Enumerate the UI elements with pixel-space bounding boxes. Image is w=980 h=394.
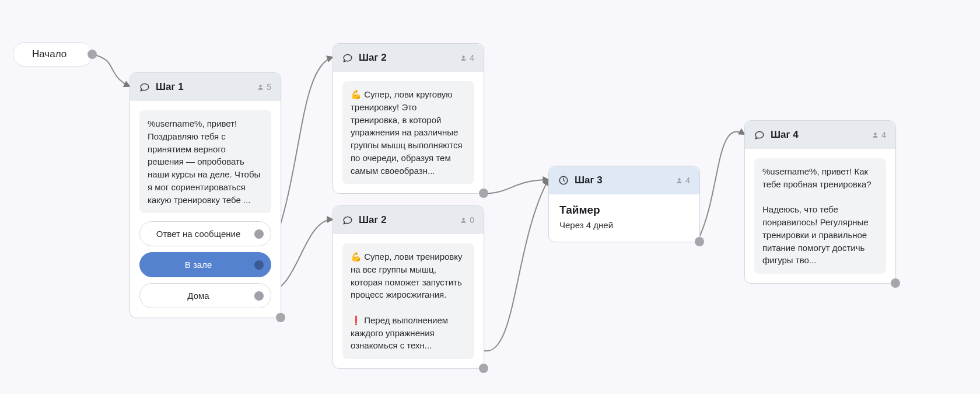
step-out-port[interactable]	[479, 364, 488, 373]
user-count: 5	[257, 82, 271, 92]
speech-icon	[342, 215, 353, 225]
user-count-value: 4	[881, 130, 886, 140]
step-body: 💪 Супер, лови тренировку на все группы м…	[333, 234, 484, 368]
step-out-port[interactable]	[695, 237, 704, 246]
speech-icon	[342, 53, 353, 63]
step-title: Шаг 1	[156, 81, 251, 93]
reply-button-label: Ответ на сообщение	[156, 229, 240, 239]
timer-subtitle: Через 4 дней	[559, 220, 689, 230]
reply-button-out-port[interactable]	[254, 291, 264, 301]
start-out-port[interactable]	[88, 50, 97, 59]
message-text: %username%, привет! Как тебе пробная тре…	[754, 158, 886, 274]
step-card-s2b[interactable]: Шаг 20💪 Супер, лови тренировку на все гр…	[332, 205, 484, 369]
message-text: %username%, привет! Поздравляю тебя с пр…	[139, 110, 271, 213]
speech-icon	[139, 82, 150, 92]
step-title: Шаг 2	[359, 214, 454, 226]
step-header: Шаг 15	[130, 73, 281, 101]
step-body: %username%, привет! Поздравляю тебя с пр…	[130, 101, 281, 318]
reply-button[interactable]: Дома	[139, 283, 271, 308]
step-body: 💪 Супер, лови круговую тренировку! Это т…	[333, 72, 484, 193]
user-count: 4	[676, 176, 690, 185]
reply-button-out-port[interactable]	[254, 260, 264, 270]
start-node[interactable]: Начало	[13, 42, 93, 67]
user-count-value: 0	[470, 215, 474, 225]
step-header: Шаг 44	[745, 121, 895, 149]
user-count: 0	[460, 215, 474, 225]
reply-button[interactable]: Ответ на сообщение	[139, 221, 271, 246]
user-count: 4	[872, 130, 886, 140]
step-body: %username%, привет! Как тебе пробная тре…	[745, 149, 895, 283]
step-card-s4[interactable]: Шаг 44%username%, привет! Как тебе пробн…	[744, 120, 896, 284]
step-out-port[interactable]	[891, 278, 900, 288]
step-out-port[interactable]	[276, 313, 285, 322]
reply-button-label: Дома	[187, 291, 209, 301]
timer-body: ТаймерЧерез 4 дней	[549, 194, 699, 242]
step-header: Шаг 24	[333, 44, 484, 72]
reply-button-list: Ответ на сообщениеВ залеДома	[139, 221, 271, 308]
flow-canvas[interactable]: НачалоШаг 15%username%, привет! Поздравл…	[0, 0, 980, 394]
user-count-value: 5	[267, 82, 271, 92]
start-label: Начало	[32, 48, 66, 60]
step-title: Шаг 4	[771, 129, 866, 141]
step-title: Шаг 2	[359, 52, 454, 64]
step-title: Шаг 3	[575, 175, 670, 186]
user-count: 4	[460, 53, 474, 62]
reply-button-out-port[interactable]	[254, 229, 264, 239]
timer-title: Таймер	[559, 204, 689, 217]
step-out-port[interactable]	[479, 189, 488, 198]
step-card-s3[interactable]: Шаг 34ТаймерЧерез 4 дней	[548, 166, 700, 242]
reply-button-label: В зале	[185, 260, 212, 270]
step-card-s2a[interactable]: Шаг 24💪 Супер, лови круговую тренировку!…	[332, 43, 484, 194]
step-header: Шаг 20	[333, 206, 484, 234]
step-header: Шаг 34	[549, 166, 699, 194]
message-text: 💪 Супер, лови круговую тренировку! Это т…	[342, 81, 474, 184]
clock-icon	[558, 175, 569, 186]
speech-icon	[754, 130, 765, 140]
reply-button[interactable]: В зале	[139, 252, 271, 277]
user-count-value: 4	[685, 176, 690, 185]
step-card-s1[interactable]: Шаг 15%username%, привет! Поздравляю теб…	[130, 72, 281, 318]
user-count-value: 4	[470, 53, 474, 62]
message-text: 💪 Супер, лови тренировку на все группы м…	[342, 243, 474, 359]
